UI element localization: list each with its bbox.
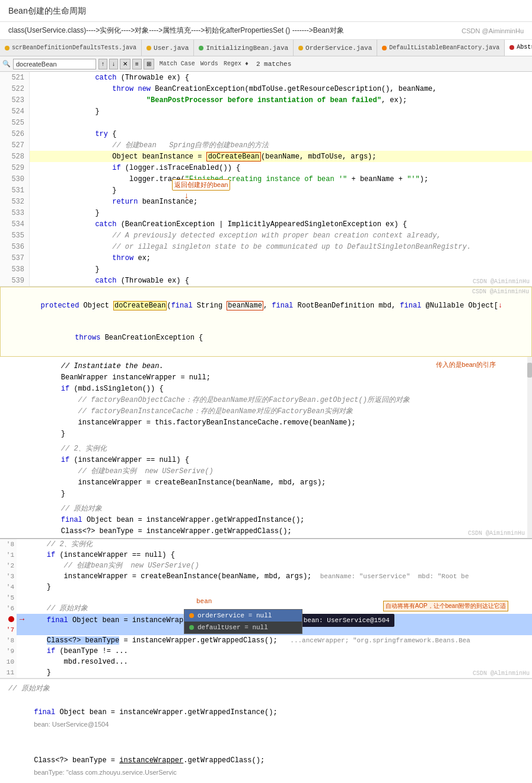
search-input[interactable] [13,59,96,69]
code-line-523: 523 "BeanPostProcessor before instantiat… [0,94,532,106]
tab-initbean[interactable]: InitializingBean.java [194,40,294,56]
search-prev-btn[interactable]: ↑ [98,59,107,69]
tab-label-2: InitializingBean.java [206,45,288,52]
tab-user[interactable]: User.java [142,40,194,56]
line-num-521: 521 [0,72,30,83]
csdn-badge-debug: CSDN @AlminminHu [473,670,530,677]
line-code-525 [40,117,532,118]
search-icon: 🔍 [2,60,11,68]
ml-factory-cache-2: // factoryBeanInstanceCache：存的是beanName对… [40,405,532,417]
search-next-btn[interactable]: ↓ [109,59,118,69]
dl-num-5: '5 [0,592,17,603]
dl-code-11: } [27,667,532,678]
code-line-533: 533 } [0,207,532,218]
line-code-536: // or illegal singleton state to be comm… [40,241,532,252]
dl-icon-9 [17,646,27,657]
code-line-521: 521 catch (Throwable ex) { [0,72,532,83]
dl-code-3: instanceWrapper = createBeanInstance(bea… [27,571,532,582]
dl-num-3: '3 [0,571,17,582]
search-close-btn[interactable]: ✕ [120,59,130,69]
line-code-532: return beanInstance; [40,196,532,207]
ml-wrapper-null: BeanWrapper instanceWrapper = null; [40,372,532,383]
csdn-badge-1: CSDN @AiminminHu [461,27,524,34]
code-line-528: 528 Object beanInstance = doCreateBean(b… [0,151,532,162]
popup-item-defaultuser[interactable]: defaultUser = null [184,622,302,633]
dl-code-4: } [27,582,532,592]
line-num-529: 529 [0,162,30,173]
dl-num-2: '2 [0,560,17,571]
ml-instantiate-comment-2: // 2、实例化 [40,443,532,454]
dl-num-1: '1 [0,550,17,560]
dl-icon-7: → [17,614,27,635]
dl-num-6: '6 [0,603,17,614]
method-line-2: throws BeanCreationException { [1,322,531,354]
dl-num-7: '7 [0,614,17,635]
arrow-down-1: ↓ [184,191,189,201]
regex-option[interactable]: Regex ♦ [224,61,249,67]
code-section-1: 521 catch (Throwable ex) { 522 throw new… [0,72,532,287]
code-line-538: 538 } [0,264,532,275]
dl-icon-11 [17,667,27,678]
line-code-529: if (logger.isTraceEnabled()) { [40,162,532,173]
line-num-535: 535 [0,230,30,241]
popup-item-orderservice[interactable]: orderService = null [184,610,302,622]
tab-defaultlistable[interactable]: DefaultListableBeanFactory.java [377,40,505,56]
line-code-524: } [40,106,532,117]
ml-create-instance: instanceWrapper = createBeanInstance(bea… [40,477,532,488]
csdn-badge-code1: CSDN @AiminminHu [473,278,530,285]
method-line-1: protected Object doCreateBean(final Stri… [1,290,531,322]
popup-dot-order [189,613,194,618]
code-line-527: 527 // 创建bean Spring自带的创建bean的方法 [0,140,532,151]
ml-get-class: Class<?> beanType = instanceWrapper.getW… [40,525,532,537]
line-num-522: 522 [0,83,30,94]
tab-abstractautowire[interactable]: AbstractAutowireCapableBeanFactory.java [505,40,532,56]
line-num-530: 530 [0,173,30,185]
method-code-1: protected Object doCreateBean(final Stri… [1,290,531,322]
line-code-531: } [40,185,532,196]
tab-label-1: User.java [154,45,189,52]
popup-label-user: defaultUser = null [197,624,268,631]
debug-breakpoint [8,616,14,622]
dl-code-9: if (beanType != ... [27,646,532,657]
debug-line-4: '4 } [0,582,532,592]
tab-orderservice[interactable]: OrderService.java [294,40,377,56]
ml-get-wrapped: final Object bean = instanceWrapper.getW… [40,514,532,525]
code-line-534: 534 catch (BeanCreationException | Impli… [0,218,532,230]
lifecycle-bar: class(UserService.class)---->实例化---->对象-… [0,22,532,40]
tab-beandefaults[interactable]: scrBeanDefinitionDefaultsTests.java [0,40,142,56]
tc-original-comment: // 原始对象 [8,683,524,695]
search-filter-btn[interactable]: ⊞ [144,59,154,69]
words-option[interactable]: Words [200,61,218,67]
line-num-533: 533 [0,207,30,218]
debug-line-10: 10 mbd.resolved... [0,657,532,667]
matches-count: 2 matches [256,61,291,68]
dl-icon-6 [17,603,27,614]
line-num-536: 536 [0,241,30,252]
code-line-525: 525 [0,117,532,128]
tc-line-beantype: Class<?> beanType = instanceWrapper.getW… [8,743,524,783]
line-num-531: 531 [0,185,30,196]
tab-dot-order [298,46,303,50]
ml-close-singleton: } [40,428,532,439]
popup-label-order: orderService = null [197,612,272,619]
dl-num-10: 10 [0,657,17,667]
line-code-528: Object beanInstance = doCreateBean(beanN… [40,151,532,162]
search-expand-btn[interactable]: ≡ [132,59,142,69]
dl-code-1: if (instanceWrapper == null) { [27,550,532,560]
bottom-text-code: // 原始对象 final Object bean = instanceWrap… [0,679,532,783]
dl-icon-3 [17,571,27,582]
line-code-530: logger.trace("Finished creating instance… [40,173,532,185]
debug-tooltip-bean: bean: UserService@1504 [299,614,394,627]
line-num-526: 526 [0,128,30,140]
method-code-2: throws BeanCreationException { [1,322,531,354]
line-code-538: } [40,264,532,275]
scrollbar-thumb-middle [527,363,532,378]
line-code-521: catch (Throwable ex) { [40,72,532,83]
debug-line-8a: '8 // 2、实例化 [0,539,532,550]
ml-null-check: if (instanceWrapper == null) { [40,454,532,465]
match-case-option[interactable]: Match Case [160,61,195,67]
scrollbar-middle[interactable] [527,357,532,538]
annotation-aop-note: 自动将将有AOP，让个bean附带的到达让它适 [383,601,508,611]
tab-label-4: DefaultListableBeanFactory.java [389,45,499,51]
debug-line-11: 11 } [0,667,532,678]
